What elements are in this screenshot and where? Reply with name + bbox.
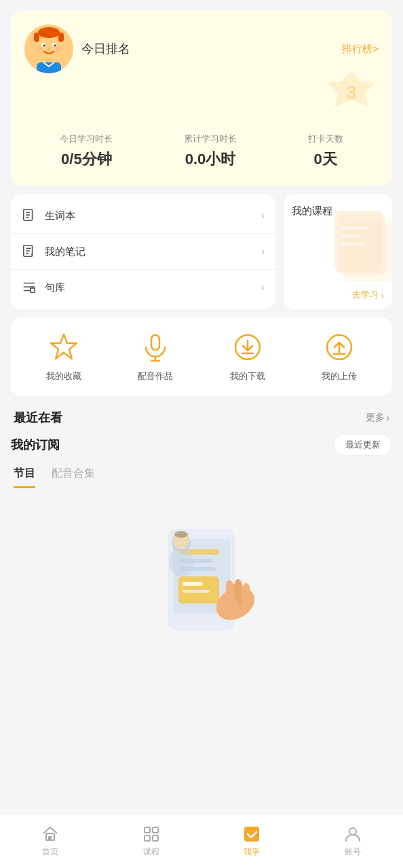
home-icon bbox=[41, 825, 60, 844]
stat-total-study: 累计学习时长 0.0小时 bbox=[184, 133, 237, 170]
svg-point-1 bbox=[38, 27, 60, 38]
svg-point-50 bbox=[174, 531, 188, 538]
nav-account-label: 账号 bbox=[345, 846, 361, 858]
nav-study[interactable]: 我学 bbox=[202, 825, 303, 858]
go-study-label: 去学习 bbox=[352, 289, 379, 301]
subscription-section: 我的订阅 最近更新 节目 配音合集 bbox=[0, 434, 403, 665]
svg-rect-20 bbox=[31, 288, 35, 292]
svg-point-10 bbox=[55, 47, 62, 51]
upload-icon bbox=[323, 331, 356, 363]
today-title: 今日排名 bbox=[81, 41, 130, 57]
downloads-label: 我的下载 bbox=[230, 370, 265, 382]
vocab-book-item[interactable]: 生词本 › bbox=[11, 198, 275, 233]
stat-value-1: 0.0小时 bbox=[184, 149, 237, 170]
rank-badge-area: 3 bbox=[24, 68, 379, 122]
vocab-book-icon bbox=[22, 208, 38, 224]
favorites-feature[interactable]: 我的收藏 bbox=[46, 331, 81, 382]
rank-badge-icon: 3 bbox=[324, 68, 379, 122]
nav-study-label: 我学 bbox=[244, 846, 260, 858]
sentence-bank-item[interactable]: 句库 › bbox=[11, 269, 275, 305]
avatar[interactable] bbox=[24, 24, 73, 73]
ranking-link[interactable]: 排行榜> bbox=[342, 43, 379, 56]
my-course-title: 我的课程 bbox=[292, 205, 332, 218]
go-study-button[interactable]: 去学习 › bbox=[352, 289, 384, 301]
dubbing-feature[interactable]: 配音作品 bbox=[138, 331, 173, 382]
svg-rect-54 bbox=[153, 827, 158, 833]
subscription-tabs: 节目 配音合集 bbox=[11, 467, 392, 488]
sentence-arrow-icon: › bbox=[261, 281, 265, 294]
recent-update-button[interactable]: 最近更新 bbox=[334, 434, 392, 456]
tab-dubbing-collection[interactable]: 配音合集 bbox=[52, 467, 95, 488]
dubbing-label: 配音作品 bbox=[138, 370, 173, 382]
star-icon bbox=[47, 331, 80, 363]
stats-row: 今日学习时长 0/5分钟 累计学习时长 0.0小时 打卡天数 0天 bbox=[24, 133, 379, 170]
svg-rect-28 bbox=[151, 335, 159, 350]
svg-rect-56 bbox=[153, 835, 158, 841]
subscription-header: 我的订阅 最近更新 bbox=[11, 434, 392, 456]
stat-today-study: 今日学习时长 0/5分钟 bbox=[60, 133, 113, 170]
svg-point-7 bbox=[54, 45, 56, 47]
notes-arrow-icon: › bbox=[261, 245, 265, 258]
stat-label-0: 今日学习时长 bbox=[60, 133, 113, 145]
nav-course[interactable]: 课程 bbox=[101, 825, 202, 858]
svg-text:3: 3 bbox=[346, 82, 357, 103]
header-left: 今日排名 bbox=[24, 24, 130, 73]
svg-rect-3 bbox=[58, 33, 64, 42]
bottom-nav: 首页 课程 我学 账号 bbox=[0, 814, 403, 868]
recent-watching-more[interactable]: 更多 › bbox=[366, 412, 389, 424]
nav-account[interactable]: 账号 bbox=[303, 825, 404, 858]
svg-point-8 bbox=[47, 48, 50, 50]
svg-rect-57 bbox=[244, 827, 259, 842]
svg-marker-27 bbox=[51, 334, 77, 359]
svg-point-48 bbox=[169, 547, 193, 576]
mic-icon bbox=[139, 331, 172, 363]
sentence-bank-label: 句库 bbox=[45, 281, 261, 294]
nav-course-label: 课程 bbox=[143, 846, 159, 858]
stat-value-0: 0/5分钟 bbox=[60, 149, 113, 170]
subscription-title: 我的订阅 bbox=[11, 437, 60, 453]
uploads-feature[interactable]: 我的上传 bbox=[322, 331, 357, 382]
svg-rect-2 bbox=[34, 33, 39, 42]
svg-rect-55 bbox=[145, 835, 150, 841]
my-notes-label: 我的笔记 bbox=[45, 245, 261, 258]
nav-home[interactable]: 首页 bbox=[0, 825, 101, 858]
grid-icon bbox=[142, 825, 161, 844]
tab-programs[interactable]: 节目 bbox=[14, 467, 35, 488]
tools-left-panel: 生词本 › 我的笔记 › 句库 › bbox=[11, 194, 275, 309]
notes-icon bbox=[22, 243, 38, 260]
stat-checkin: 打卡天数 0天 bbox=[308, 133, 343, 170]
go-study-arrow: › bbox=[381, 290, 384, 300]
svg-point-6 bbox=[43, 45, 45, 47]
top-card-header: 今日排名 排行榜> bbox=[24, 24, 379, 73]
sentence-bank-icon bbox=[22, 279, 38, 296]
downloads-feature[interactable]: 我的下载 bbox=[230, 331, 265, 382]
svg-point-9 bbox=[36, 47, 43, 51]
nav-home-label: 首页 bbox=[42, 846, 58, 858]
svg-rect-42 bbox=[183, 590, 210, 593]
favorites-label: 我的收藏 bbox=[46, 370, 81, 382]
tools-row: 生词本 › 我的笔记 › 句库 › bbox=[11, 194, 392, 309]
my-course-panel: 我的课程 去学习 › bbox=[284, 194, 392, 309]
empty-state bbox=[11, 502, 392, 665]
svg-rect-12 bbox=[37, 62, 61, 73]
stat-label-2: 打卡天数 bbox=[308, 133, 343, 145]
empty-illustration bbox=[127, 515, 276, 637]
svg-rect-41 bbox=[183, 582, 203, 586]
vocab-book-label: 生词本 bbox=[45, 210, 261, 222]
svg-rect-52 bbox=[48, 836, 52, 840]
top-stats-card: 今日排名 排行榜> 3 今日学习时长 0/5分钟 累计学习时长 0.0小时 打卡… bbox=[11, 11, 392, 186]
uploads-label: 我的上传 bbox=[322, 370, 357, 382]
recent-watching-header: 最近在看 更多 › bbox=[0, 404, 403, 434]
check-icon bbox=[242, 825, 261, 844]
user-icon bbox=[343, 825, 362, 844]
recent-watching-title: 最近在看 bbox=[14, 410, 62, 426]
download-icon bbox=[231, 331, 264, 363]
my-notes-item[interactable]: 我的笔记 › bbox=[11, 233, 275, 269]
vocab-arrow-icon: › bbox=[261, 210, 265, 222]
stat-value-2: 0天 bbox=[308, 149, 343, 170]
svg-rect-23 bbox=[334, 211, 382, 272]
more-arrow-icon: › bbox=[386, 412, 389, 423]
svg-rect-53 bbox=[145, 827, 150, 833]
svg-point-58 bbox=[349, 828, 356, 835]
features-card: 我的收藏 配音作品 我的下载 bbox=[11, 317, 392, 396]
